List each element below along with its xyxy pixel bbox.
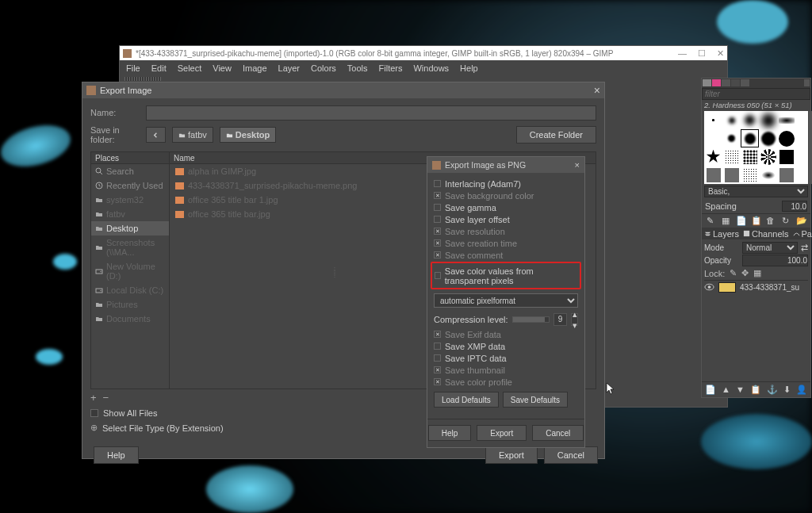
compression-spinner[interactable]: ▴▾ (571, 313, 578, 326)
place-item[interactable]: Recently Used (91, 178, 169, 193)
highlighted-option: Save color values from transparent pixel… (431, 262, 581, 289)
close-icon[interactable]: × (594, 84, 600, 97)
gimp-icon (432, 161, 441, 170)
maximize-button[interactable]: ☐ (698, 48, 706, 59)
layer-action-icons[interactable]: 📄▲▼📋⚓⬇👤🗑 (702, 381, 810, 397)
menu-colors[interactable]: Colors (311, 63, 336, 73)
save-defaults-button[interactable]: Save Defaults (503, 392, 568, 408)
place-item[interactable]: Local Disk (C:) (91, 283, 169, 297)
menu-edit[interactable]: Edit (151, 63, 167, 73)
compression-label: Compression level: (434, 315, 508, 324)
spacing-input[interactable] (782, 201, 807, 212)
cursor-icon (606, 382, 615, 395)
remove-place-button[interactable]: − (103, 392, 109, 404)
export-png-dialog: Export Image as PNG × Interlacing (Adam7… (427, 156, 585, 448)
crumb-folder-desktop[interactable]: Desktop (220, 127, 276, 143)
minimize-button[interactable]: — (678, 48, 687, 59)
brush-filter-input[interactable] (702, 88, 810, 100)
png-export-button[interactable]: Export (477, 425, 527, 441)
png-checkbox[interactable] (434, 378, 441, 385)
layer-row[interactable]: 433-4338371_su (704, 280, 808, 294)
brush-group-select[interactable]: Basic, (704, 186, 808, 197)
window-title: *[433-4338371_surprised-pikachu-meme] (i… (136, 49, 678, 58)
svg-point-7 (100, 271, 101, 272)
mode-switch-icon[interactable]: ⇄ (801, 243, 808, 253)
brush-tool-icons[interactable]: ✎▦📄📋🗑↻📂 (702, 213, 810, 228)
name-label: Name: (90, 108, 140, 117)
svg-rect-0 (744, 231, 749, 236)
dock-tabs[interactable] (702, 78, 810, 88)
help-button[interactable]: Help (94, 446, 139, 464)
compression-value[interactable]: 9 (553, 313, 567, 326)
menu-filters[interactable]: Filters (379, 63, 403, 73)
show-all-label: Show All Files (103, 408, 157, 418)
layer-name: 433-4338371_su (740, 283, 799, 292)
png-checkbox[interactable] (434, 216, 441, 223)
png-checkbox[interactable] (434, 354, 441, 362)
place-item[interactable]: Search (91, 164, 169, 178)
menu-view[interactable]: View (213, 63, 232, 73)
resize-handle[interactable]: ⋮⋮⋮ (332, 267, 337, 277)
png-help-button[interactable]: Help (428, 425, 472, 441)
crumb-back[interactable] (146, 127, 166, 143)
png-cancel-button[interactable]: Cancel (532, 425, 584, 441)
select-file-type-label[interactable]: Select File Type (By Extension) (102, 423, 224, 433)
menu-select[interactable]: Select (178, 63, 202, 73)
png-checkbox[interactable] (434, 366, 441, 373)
places-panel: Places SearchRecently Usedsystem32fatbvD… (91, 152, 170, 389)
menu-tools[interactable]: Tools (347, 63, 368, 73)
lock-position-icon[interactable]: ✥ (741, 268, 749, 278)
load-defaults-button[interactable]: Load Defaults (434, 392, 499, 408)
add-place-button[interactable]: + (90, 392, 97, 404)
save-transparent-checkbox[interactable] (435, 272, 441, 279)
place-item[interactable]: Screenshots (\\MA... (91, 235, 169, 259)
png-checkbox[interactable] (434, 180, 441, 187)
menu-windows[interactable]: Windows (413, 63, 449, 73)
lock-pixels-icon[interactable]: ✎ (730, 268, 737, 278)
tab-layers[interactable]: Layers (704, 229, 739, 239)
menu-layer[interactable]: Layer (278, 63, 301, 73)
place-item[interactable]: New Volume (D:) (91, 259, 169, 283)
menu-help[interactable]: Help (460, 63, 478, 73)
png-checkbox[interactable] (434, 228, 441, 235)
show-all-checkbox[interactable] (90, 409, 98, 417)
png-checkbox[interactable] (434, 331, 441, 338)
compression-slider[interactable] (512, 316, 550, 323)
close-icon[interactable]: × (575, 160, 580, 170)
png-checkbox[interactable] (434, 251, 441, 258)
places-header: Places (91, 152, 169, 164)
right-dock-panel: 2. Hardness 050 (51 × 51) Basic, Spacing… (701, 78, 811, 398)
png-checkbox[interactable] (434, 204, 441, 211)
cancel-button[interactable]: Cancel (544, 446, 598, 464)
menu-file[interactable]: File (126, 63, 140, 73)
opacity-input[interactable] (742, 255, 808, 266)
crumb-folder-fatbv[interactable]: fatbv (172, 127, 213, 143)
menubar: File Edit Select View Image Layer Colors… (120, 60, 727, 76)
gimp-icon (86, 86, 96, 95)
expand-icon[interactable]: ⊕ (90, 423, 98, 433)
ruler (124, 77, 161, 81)
tab-paths[interactable]: Paths (793, 229, 812, 239)
mode-label: Mode (704, 243, 739, 252)
visibility-icon[interactable] (704, 283, 714, 293)
png-checkbox[interactable] (434, 239, 441, 247)
brush-grid[interactable] (704, 111, 808, 184)
close-button[interactable]: ✕ (717, 48, 724, 59)
png-checkbox[interactable] (434, 343, 441, 350)
pixelformat-select[interactable]: automatic pixelformat (434, 293, 578, 308)
tab-channels[interactable]: Channels (743, 229, 788, 239)
place-item[interactable]: Desktop (91, 221, 169, 235)
titlebar: *[433-4338371_surprised-pikachu-meme] (i… (120, 46, 727, 60)
place-item[interactable]: system32 (91, 193, 169, 207)
filename-input[interactable] (146, 105, 596, 121)
menu-image[interactable]: Image (243, 63, 267, 73)
lock-alpha-icon[interactable]: ▦ (753, 268, 761, 278)
create-folder-button[interactable]: Create Folder (516, 126, 596, 144)
mode-select[interactable]: Normal (742, 242, 798, 254)
export-button[interactable]: Export (485, 446, 538, 464)
png-checkbox[interactable] (434, 192, 441, 199)
place-item[interactable]: fatbv (91, 207, 169, 221)
place-item[interactable]: Documents (91, 312, 169, 326)
place-item[interactable]: Pictures (91, 297, 169, 312)
png-title: Export Image as PNG (445, 160, 575, 170)
